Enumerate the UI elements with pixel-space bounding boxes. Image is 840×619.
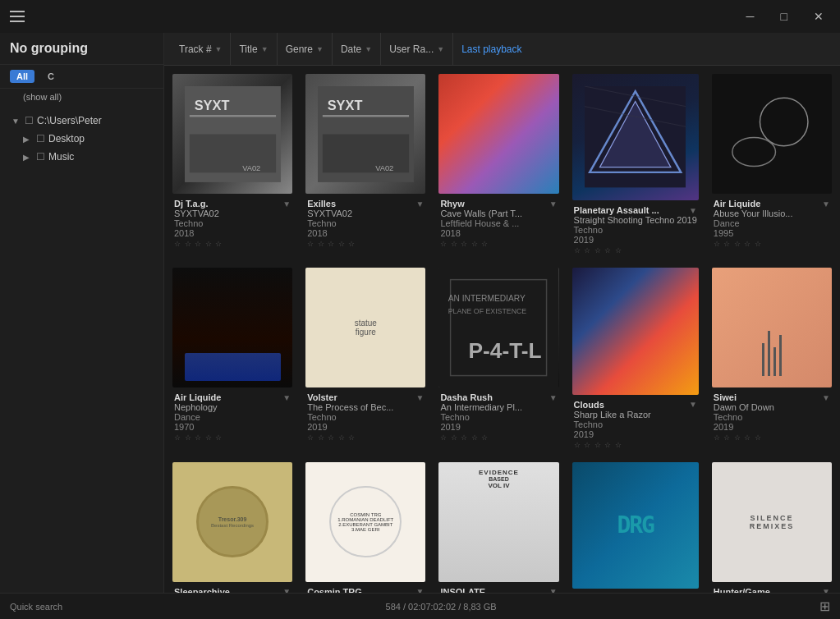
album-artist: Air Liquide [714, 199, 760, 209]
col-track[interactable]: Track # ▼ [171, 33, 231, 65]
album-info: Air Liquide ▼ Nephology Dance 1970 ☆ ☆ ☆… [172, 392, 292, 442]
tree-item-peter[interactable]: ▼ ☐ C:\Users\Peter [0, 112, 163, 130]
album-stars: ☆ ☆ ☆ ☆ ☆ [714, 433, 830, 442]
album-card[interactable]: Clouds ▼ Sharp Like a Razor Techno 2019 … [572, 268, 699, 448]
col-date[interactable]: Date ▼ [333, 33, 381, 65]
col-userrating[interactable]: User Ra... ▼ [381, 33, 453, 65]
album-stars: ☆ ☆ ☆ ☆ ☆ [574, 246, 697, 254]
file-tree: ▼ ☐ C:\Users\Peter ▶ ☐ Desktop ▶ ☐ Music [0, 108, 163, 169]
svg-text:VA02: VA02 [242, 164, 260, 172]
album-stars: ☆ ☆ ☆ ☆ ☆ [440, 240, 557, 248]
album-art [172, 268, 292, 387]
album-year: 2018 [174, 228, 291, 238]
album-stars: ☆ ☆ ☆ ☆ ☆ [440, 433, 557, 442]
col-lastplayback[interactable]: Last playback [453, 33, 530, 65]
quick-search-label[interactable]: Quick search [10, 602, 62, 612]
album-card[interactable]: SYXT VA02 Exilles ▼ SYXTVA02 Techno 2018… [305, 74, 425, 254]
album-title: Straight Shooting Techno 2019 [574, 215, 697, 225]
album-card[interactable]: EVIDENCEBASEDVOL IV INSOLATE ▼ Evidence … [438, 462, 558, 594]
album-art [572, 74, 699, 200]
album-stars: ☆ ☆ ☆ ☆ ☆ [714, 240, 830, 248]
album-info: Volster ▼ The Process of Bec... Techno 2… [305, 392, 425, 442]
status-info: 584 / 02:07:02:02 / 8,83 GB [386, 602, 497, 612]
col-track-label: Track # [179, 44, 212, 55]
album-year: 2019 [714, 422, 830, 432]
album-card[interactable]: Siwei ▼ Dawn Of Down Techno 2019 ☆ ☆ ☆ ☆… [712, 268, 832, 448]
album-artist: Volster [307, 392, 337, 402]
album-title: The Process of Bec... [307, 402, 424, 412]
album-card[interactable]: AN INTERMEDIARY PLANE OF EXISTENCE P-4-T… [438, 268, 558, 448]
album-genre: Techno [714, 412, 830, 422]
close-button[interactable]: ✕ [807, 7, 830, 26]
album-art: SYXT VA02 [305, 74, 425, 194]
tree-item-music[interactable]: ▶ ☐ Music [0, 148, 163, 166]
album-info: Cosmin TRG ▼ Romanian Deadlift... Techno… [305, 587, 425, 593]
maximize-button[interactable]: □ [774, 7, 794, 26]
expand-button[interactable]: ▼ [822, 199, 830, 209]
album-grid: SYXT VA02 Dj T.a.g. ▼ SYXTVA02 Techno 20… [172, 74, 832, 593]
album-card[interactable]: Air Liquide ▼ Abuse Your Illusio... Danc… [712, 74, 832, 254]
col-title[interactable]: Title ▼ [231, 33, 277, 65]
expand-button[interactable]: ▼ [282, 587, 291, 593]
album-expand-row: Hunter/Game ▼ [714, 587, 830, 593]
filter-row: All C [0, 65, 163, 89]
tree-item-desktop[interactable]: ▶ ☐ Desktop [0, 130, 163, 148]
minimize-button[interactable]: ─ [740, 7, 761, 26]
album-expand-row: Air Liquide ▼ [174, 392, 291, 402]
expand-button[interactable]: ▼ [549, 393, 558, 402]
album-card[interactable]: Planetary Assault ... ▼ Straight Shootin… [572, 74, 699, 254]
album-title: Nephology [174, 402, 291, 412]
album-card[interactable]: SILENCEREMIXES Hunter/Game ▼ Silence Rem… [712, 462, 832, 594]
album-art [572, 268, 699, 394]
album-card[interactable]: SYXT VA02 Dj T.a.g. ▼ SYXTVA02 Techno 20… [172, 74, 292, 254]
album-artist: Planetary Assault ... [574, 205, 659, 215]
album-genre: Techno [307, 218, 424, 228]
album-genre: Techno [574, 420, 697, 429]
album-expand-row: Cosmin TRG ▼ [307, 587, 424, 593]
expand-button[interactable]: ▼ [549, 587, 558, 593]
album-info: Air Liquide ▼ Abuse Your Illusio... Danc… [712, 199, 832, 248]
album-info: Clouds ▼ Sharp Like a Razor Techno 2019 … [572, 400, 699, 449]
album-info: Planetary Assault ... ▼ Straight Shootin… [572, 205, 699, 254]
expand-button[interactable]: ▼ [415, 199, 424, 209]
album-year: 2019 [574, 235, 697, 245]
expand-button[interactable]: ▼ [689, 206, 697, 215]
expand-button[interactable]: ▼ [415, 587, 424, 593]
album-title: Sharp Like a Razor [574, 410, 697, 420]
expand-button[interactable]: ▼ [822, 393, 830, 402]
content-area: Track # ▼ Title ▼ Genre ▼ Date ▼ User Ra… [164, 33, 840, 593]
album-info: Rhyw ▼ Cave Walls (Part T... Leftfield H… [438, 199, 558, 248]
album-expand-row: Clouds ▼ [574, 400, 697, 410]
svg-rect-8 [323, 134, 409, 172]
col-genre[interactable]: Genre ▼ [278, 33, 333, 65]
album-card[interactable]: DRG Developer ▼ Develop... Techno 2019 ☆… [572, 462, 699, 594]
album-art: SYXT VA02 [172, 74, 292, 194]
chevron-right-icon: ▶ [23, 153, 33, 162]
expand-button[interactable]: ▼ [689, 400, 697, 409]
album-artist: Rhyw [440, 199, 464, 209]
album-year: 2019 [574, 429, 697, 439]
menu-icon[interactable] [10, 11, 25, 22]
album-info: Exilles ▼ SYXTVA02 Techno 2018 ☆ ☆ ☆ ☆ ☆ [305, 199, 425, 248]
album-card[interactable]: COSMIN TRG1.ROMANIAN DEADLIFT2.EXUBERANT… [305, 462, 425, 594]
album-card[interactable]: Tresor.309Bestast Recordings Sleeparchiv… [172, 462, 292, 594]
expand-button[interactable]: ▼ [282, 393, 291, 402]
svg-text:VA02: VA02 [375, 164, 393, 172]
column-headers: Track # ▼ Title ▼ Genre ▼ Date ▼ User Ra… [164, 33, 840, 66]
filter-all-button[interactable]: All [10, 70, 34, 83]
album-expand-row: Air Liquide ▼ [714, 199, 830, 209]
expand-button[interactable]: ▼ [282, 199, 291, 209]
expand-button[interactable]: ▼ [822, 587, 830, 593]
filter-c-button[interactable]: C [41, 70, 61, 83]
status-bar: Quick search 584 / 02:07:02:02 / 8,83 GB… [0, 593, 840, 619]
album-card[interactable]: statuefigure Volster ▼ The Process of Be… [305, 268, 425, 448]
expand-button[interactable]: ▼ [549, 199, 558, 209]
album-card[interactable]: Air Liquide ▼ Nephology Dance 1970 ☆ ☆ ☆… [172, 268, 292, 448]
grid-view-button[interactable]: ⊞ [819, 598, 830, 614]
album-expand-row: Rhyw ▼ [440, 199, 557, 209]
expand-button[interactable]: ▼ [415, 393, 424, 402]
svg-text:PLANE OF EXISTENCE: PLANE OF EXISTENCE [448, 307, 527, 315]
show-all-link[interactable]: (show all) [0, 89, 163, 108]
album-card[interactable]: Rhyw ▼ Cave Walls (Part T... Leftfield H… [438, 74, 558, 254]
checkbox-icon: ☐ [25, 115, 34, 126]
